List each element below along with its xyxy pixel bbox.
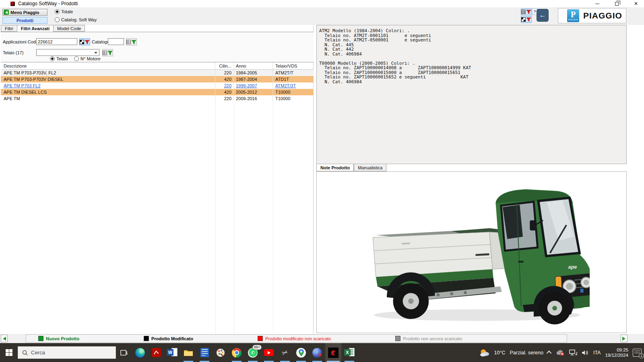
column-header-descrizione[interactable]: Descrizione [1, 62, 215, 69]
taskbar-edge[interactable] [132, 343, 148, 362]
youtube-icon [264, 348, 274, 358]
tray-time: 09:25 [605, 348, 628, 353]
taskbar-excel[interactable]: X [341, 343, 357, 362]
taskbar-whatsapp[interactable]: ✆ 99+ [245, 343, 261, 362]
grid-icon [521, 10, 526, 14]
catalogo-input[interactable] [108, 38, 124, 45]
telaio-filter-button[interactable] [102, 49, 113, 56]
vehicle-image: ape [364, 177, 590, 327]
legend-label: Prodotto non ancora scaricato [403, 336, 462, 341]
piaggio-logo-icon: P PIAGGIO [567, 9, 579, 22]
column-separator [273, 102, 273, 334]
radio-catalog-softway[interactable]: Catalog. Soft Way [55, 17, 97, 22]
taskbar-search[interactable]: Cerca [18, 346, 116, 359]
cell-cilindrata: 420 [215, 76, 234, 82]
restore-button[interactable] [612, 0, 621, 7]
start-button[interactable] [0, 343, 18, 362]
back-button[interactable]: ← [537, 9, 549, 22]
red-funnel-icon [526, 17, 531, 22]
app-icon [10, 2, 15, 6]
tab-note-prodotto[interactable]: Note Prodotto [316, 164, 354, 171]
column-header-telaio-vds[interactable]: Telaio/VDS [273, 62, 314, 69]
telaio-select[interactable] [36, 49, 99, 56]
tray-language[interactable]: ITA [593, 350, 601, 356]
table-row[interactable]: APE TM DIESEL LCS 420 2005-2012 T10000 [1, 89, 314, 95]
radio-n-motore[interactable]: N° Motore [74, 56, 101, 61]
task-view-button[interactable] [116, 343, 132, 362]
tray-clock[interactable]: 09:25 19/12/2024 [605, 348, 628, 358]
menu-piaggio-label: Menù Piaggio [10, 10, 39, 15]
table-row-selected-link[interactable]: APE TM P703 FL2 220 1999-2007 ATM2T/3T [1, 82, 314, 89]
tray-temperature[interactable]: 10°C [494, 350, 506, 356]
legend-next-button[interactable] [621, 335, 627, 342]
applicazioni-codice-label: Applicazioni Codice [3, 39, 41, 44]
cell-telaio-vds: ATM2T/3T [273, 82, 314, 89]
catalogo-label: Catalogo [92, 39, 109, 44]
catalogo-softway-app-icon [328, 348, 339, 358]
legend-label: Nuovo Prodotto [46, 336, 79, 341]
taskbar-snipping-tool[interactable]: ✂ [277, 343, 293, 362]
notes-tabs: Note Prodotto Manualistica [316, 164, 386, 171]
piaggio-brand: P PIAGGIO PIAGGIO [558, 8, 626, 23]
applicazioni-codice-filter-button[interactable] [79, 38, 90, 45]
table-row[interactable]: APE TM P703-P703V DIESEL 420 1987-2004 A… [1, 76, 314, 82]
minimize-button[interactable] [592, 0, 602, 7]
green-left-arrow-icon [1, 337, 6, 341]
cell-anno: 1999-2007 [234, 82, 273, 89]
taskbar-youtube[interactable] [261, 343, 277, 362]
legend-prev-button[interactable] [1, 335, 8, 342]
cell-anno: 2009-2016 [234, 95, 273, 102]
catalogo-filter-button[interactable] [126, 38, 137, 45]
filter-shortcut-2-button[interactable] [521, 16, 532, 23]
taskbar-catalogo-softway-active[interactable] [325, 343, 341, 362]
radio-telaio[interactable]: Telaio [50, 56, 68, 61]
taskbar-explorer[interactable] [180, 343, 196, 362]
legend-label: Prodotto modificato non scaricato [265, 336, 331, 341]
taskbar-acrobat[interactable] [148, 343, 164, 362]
search-placeholder: Cerca [31, 350, 45, 356]
products-panel: Filtri Filtri Avanzati Model Code Applic… [1, 25, 314, 334]
column-header-cilindrata[interactable]: Cilin... [215, 62, 234, 69]
taskbar-word[interactable]: W [164, 343, 180, 362]
cell-descrizione: APE TM P703 FL2 [1, 82, 215, 89]
tray-expand-chevron-icon[interactable] [547, 351, 552, 356]
menu-piaggio-button[interactable]: Menù Piaggio [2, 9, 47, 16]
notification-center-button[interactable]: 1 [633, 349, 642, 357]
tray-weather-condition[interactable]: Parzial. sereno [510, 350, 543, 356]
cell-anno: 1984-2005 [234, 70, 273, 76]
taskbar-app-orb[interactable] [309, 343, 325, 362]
table-row[interactable]: APE TM P703-P703V, FL2 220 1984-2005 ATM… [1, 70, 314, 76]
tab-model-code[interactable]: Model Code [53, 25, 85, 32]
blue-document-app-icon [199, 348, 210, 358]
back-arrow-icon: ← [539, 11, 546, 19]
column-separator [215, 102, 216, 334]
weather-icon [479, 348, 490, 357]
radio-catalog-softway-label: Catalog. Soft Way [61, 17, 97, 22]
tab-manualistica[interactable]: Manualistica [354, 164, 386, 171]
filter-shortcut-1-button[interactable] [521, 8, 532, 15]
onedrive-error-icon[interactable] [556, 350, 565, 356]
legend-bar: Nuovo Prodotto Prodotto Modificato Prodo… [0, 334, 644, 343]
tab-filtri-avanzati[interactable]: Filtri Avanzati [17, 25, 53, 32]
grid-icon [80, 40, 84, 44]
taskbar-maps[interactable] [293, 343, 309, 362]
table-row[interactable]: APE TM 220 2009-2016 T10000 [1, 95, 314, 102]
network-icon[interactable] [569, 350, 577, 356]
tab-filtri[interactable]: Filtri [1, 25, 17, 32]
taskbar-chrome[interactable] [229, 343, 245, 362]
search-icon [22, 350, 28, 356]
window-title: Catalogo SoftWay - Prodotti [18, 1, 78, 6]
radio-totale[interactable]: Totale [55, 9, 73, 14]
taskbar-management-app[interactable] [196, 343, 213, 362]
taskbar-paint[interactable] [213, 343, 229, 362]
volume-icon[interactable] [582, 350, 589, 356]
taskbar: Cerca W [0, 343, 644, 362]
minimize-icon [595, 4, 599, 4]
prodotti-button[interactable]: Prodotti [2, 17, 47, 24]
column-header-anno[interactable]: Anno [234, 62, 273, 69]
cell-cilindrata: 220 [215, 95, 234, 102]
filter-tabs: Filtri Filtri Avanzati Model Code [1, 25, 85, 32]
applicazioni-codice-input[interactable] [36, 38, 77, 45]
close-button[interactable]: ✕ [631, 0, 641, 7]
legend-item-nuovo-prodotto: Nuovo Prodotto [38, 336, 79, 341]
